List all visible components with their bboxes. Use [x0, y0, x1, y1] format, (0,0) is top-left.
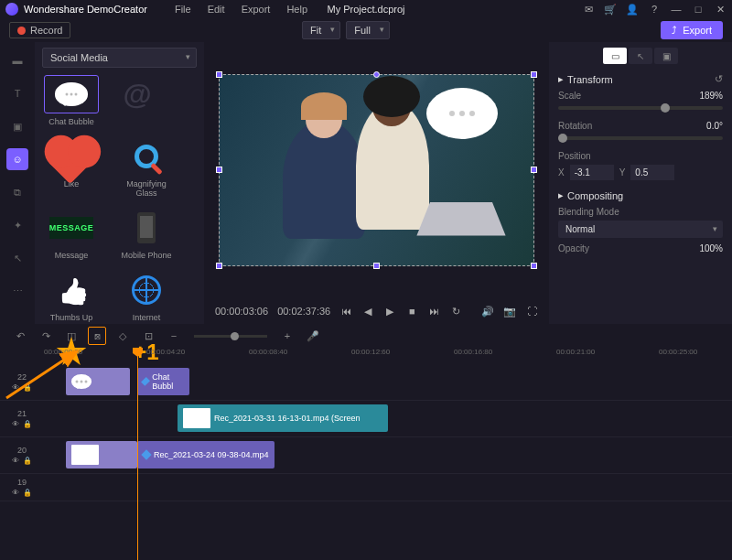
- close-icon[interactable]: ✕: [714, 4, 727, 16]
- rotation-slider[interactable]: [558, 136, 723, 140]
- stickers-category-dropdown[interactable]: Social Media: [42, 48, 197, 68]
- maximize-icon[interactable]: □: [692, 4, 705, 16]
- timeline-ruler[interactable]: 00:00:00:0000:00:04:2000:00:08:4000:00:1…: [0, 348, 732, 364]
- tab-cursor-icon[interactable]: ↖: [6, 247, 28, 269]
- timeline-clip[interactable]: [66, 368, 130, 395]
- volume-button[interactable]: 🔊: [481, 306, 494, 318]
- properties-tab-cursor-icon[interactable]: ↖: [629, 48, 652, 64]
- scale-value: 189%: [699, 91, 723, 101]
- track-body[interactable]: Chat Bubbl: [44, 364, 732, 400]
- reset-transform-icon[interactable]: ↺: [715, 73, 723, 85]
- transform-section-header[interactable]: ▸ Transform↺: [558, 73, 723, 85]
- redo-button[interactable]: ↷: [37, 327, 55, 345]
- sticker-thumbs-up[interactable]: Thumbs Up: [42, 271, 101, 322]
- zoom-in-button[interactable]: +: [278, 327, 296, 345]
- heart-icon: [49, 140, 93, 184]
- record-button[interactable]: Record: [9, 22, 70, 38]
- timeline-clip[interactable]: [66, 441, 137, 468]
- playhead[interactable]: [137, 350, 138, 560]
- range-button[interactable]: ⊡: [139, 327, 157, 345]
- lock-icon[interactable]: 🔒: [23, 383, 32, 392]
- track-body[interactable]: Rec_2021-03-24 09-38-04.mp4: [44, 437, 732, 473]
- menu-export[interactable]: Export: [242, 4, 271, 15]
- clip-label: Rec_2021-03-31 16-13-01.mp4 (Screen: [214, 414, 361, 423]
- sticker-internet[interactable]: Internet: [117, 271, 176, 322]
- track-row: 22👁🔒Chat Bubbl: [0, 364, 732, 401]
- visibility-icon[interactable]: 👁: [12, 383, 19, 392]
- preview-canvas[interactable]: [219, 74, 534, 266]
- sticker-mobile-phone[interactable]: Mobile Phone: [117, 209, 176, 260]
- tab-caption-icon[interactable]: ▣: [6, 115, 28, 137]
- magnifying-glass-icon: [135, 145, 158, 168]
- prev-button[interactable]: ⏮: [339, 306, 352, 317]
- clip-label: Rec_2021-03-24 09-38-04.mp4: [154, 450, 269, 459]
- marker-button[interactable]: ◇: [113, 327, 132, 345]
- tab-effects-icon[interactable]: ✦: [6, 214, 28, 236]
- app-logo-icon: [5, 3, 18, 16]
- visibility-icon[interactable]: 👁: [12, 457, 19, 465]
- menu-file[interactable]: File: [175, 4, 191, 15]
- zoom-slider[interactable]: [194, 335, 267, 338]
- tab-text-icon[interactable]: T: [6, 82, 28, 104]
- tab-media-icon[interactable]: ▬: [6, 49, 28, 71]
- track-row: 21👁🔒Rec_2021-03-31 16-13-01.mp4 (Screen: [0, 401, 732, 437]
- tab-audio-icon[interactable]: ⋯: [6, 280, 28, 302]
- menu-help[interactable]: Help: [286, 4, 307, 15]
- sticker-magnifying-glass[interactable]: Magnifying Glass: [117, 137, 176, 198]
- sticker-chat-bubble[interactable]: Chat Bubble: [42, 75, 101, 126]
- record-icon: [17, 27, 26, 35]
- compositing-section-header[interactable]: ▸ Compositing: [558, 189, 723, 201]
- loop-button[interactable]: ↻: [449, 306, 462, 318]
- tab-stickers-icon[interactable]: ☺: [6, 148, 28, 170]
- full-dropdown[interactable]: Full: [346, 21, 390, 39]
- split-button[interactable]: ⧄↖: [88, 327, 106, 345]
- stickers-panel: Social Media Chat Bubble @ Like Magnifyi…: [35, 42, 204, 324]
- timeline-clip[interactable]: Chat Bubbl: [137, 368, 189, 395]
- message-icon: MESSAGE: [49, 217, 93, 239]
- timeline-clip[interactable]: Rec_2021-03-24 09-38-04.mp4: [137, 441, 274, 468]
- next-button[interactable]: ⏭: [427, 306, 440, 317]
- properties-tab-mask-icon[interactable]: ▣: [654, 48, 678, 64]
- bubble-icon: [71, 374, 92, 389]
- minimize-icon[interactable]: ―: [670, 4, 683, 16]
- track-head: 21👁🔒: [0, 401, 44, 436]
- mic-button[interactable]: 🎤: [304, 327, 322, 345]
- track-body[interactable]: Rec_2021-03-31 16-13-01.mp4 (Screen: [44, 401, 732, 436]
- sticker-at[interactable]: @: [108, 75, 167, 126]
- sticker-like[interactable]: Like: [42, 137, 101, 198]
- export-button[interactable]: ⤴ Export: [661, 21, 723, 39]
- timeline-clip[interactable]: Rec_2021-03-31 16-13-01.mp4 (Screen: [178, 404, 388, 432]
- user-icon[interactable]: 👤: [626, 4, 639, 16]
- step-back-button[interactable]: ◀: [361, 306, 374, 318]
- fullscreen-button[interactable]: ⛶: [525, 306, 538, 317]
- help-icon[interactable]: ?: [648, 4, 661, 16]
- opacity-label: Opacity: [558, 243, 589, 253]
- chat-bubble-overlay[interactable]: [426, 88, 498, 139]
- play-button[interactable]: ▶: [383, 306, 396, 318]
- cart-icon[interactable]: 🛒: [604, 4, 617, 16]
- main-menu: File Edit Export Help: [175, 4, 307, 15]
- properties-tab-video-icon[interactable]: ▭: [603, 48, 627, 64]
- sticker-message[interactable]: MESSAGEMessage: [42, 209, 101, 260]
- x-input[interactable]: [570, 165, 614, 180]
- track-body[interactable]: [44, 474, 732, 501]
- undo-button[interactable]: ↶: [11, 327, 29, 345]
- lock-icon[interactable]: 🔒: [23, 457, 32, 465]
- snapshot-button[interactable]: 📷: [503, 306, 516, 318]
- track-head: 19👁🔒: [0, 474, 44, 501]
- current-time: 00:00:03:06: [215, 306, 268, 317]
- fit-dropdown[interactable]: Fit: [302, 21, 340, 39]
- zoom-out-button[interactable]: −: [165, 327, 183, 345]
- lock-icon[interactable]: 🔒: [23, 489, 32, 497]
- tab-transitions-icon[interactable]: ⧉: [6, 181, 28, 203]
- scale-slider[interactable]: [558, 106, 723, 110]
- lock-icon[interactable]: 🔒: [23, 420, 32, 428]
- menu-edit[interactable]: Edit: [208, 4, 225, 15]
- blending-mode-dropdown[interactable]: Normal: [558, 221, 723, 238]
- total-time: 00:02:37:36: [277, 306, 330, 317]
- visibility-icon[interactable]: 👁: [12, 489, 19, 497]
- y-input[interactable]: [630, 165, 674, 180]
- visibility-icon[interactable]: 👁: [12, 420, 19, 428]
- stop-button[interactable]: ■: [405, 306, 418, 317]
- mail-icon[interactable]: ✉: [582, 4, 595, 16]
